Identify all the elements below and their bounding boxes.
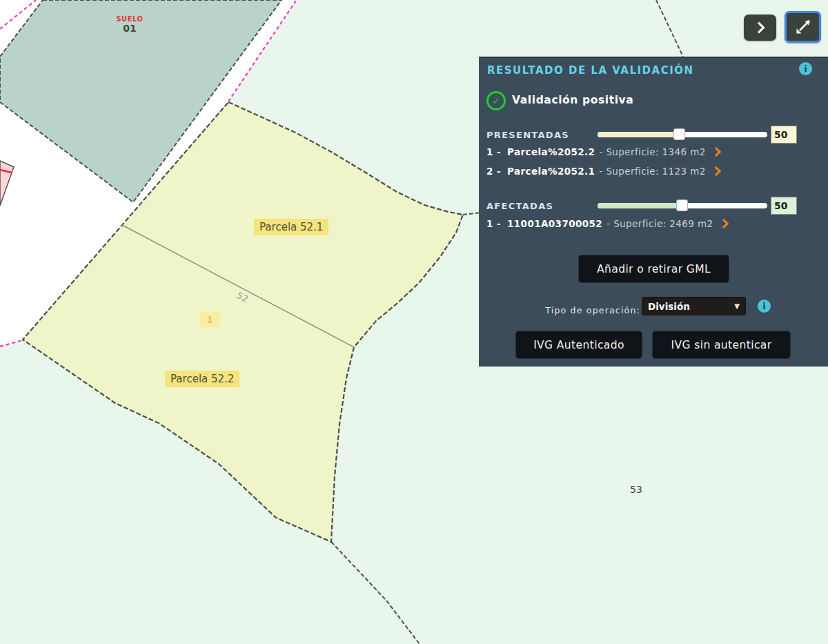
row-chevron-icon[interactable] — [711, 166, 721, 176]
panel-title: RESULTADO DE LA VALIDACIÓN — [487, 64, 694, 77]
presentadas-row-2: 2 - Parcela%2052.1 - Superficie: 1123 m2 — [486, 166, 818, 177]
row-surface: - Superficie: 1123 m2 — [599, 166, 705, 177]
expand-icon — [795, 19, 811, 35]
validation-check-icon: ✓ — [486, 91, 506, 110]
row-surface: - Superficie: 2469 m2 — [607, 218, 713, 229]
slider-fill — [598, 132, 679, 137]
add-remove-gml-button[interactable]: Añadir o retirar GML — [578, 255, 729, 283]
map-parcel-pink[interactable] — [0, 161, 14, 206]
operation-info-icon[interactable]: i — [758, 300, 771, 313]
cadastral-map-viewer: SUELO 01 Parcela 52.1 Parcela 52.2 52 1 … — [0, 0, 828, 644]
afectadas-opacity-slider[interactable] — [598, 199, 767, 213]
row-number: 1 - — [486, 146, 507, 157]
collapse-panel-button[interactable] — [744, 14, 776, 41]
row-surface: - Superficie: 1346 m2 — [599, 146, 705, 157]
row-chevron-icon[interactable] — [718, 219, 728, 228]
fullscreen-button[interactable] — [785, 11, 821, 43]
row-parcel-name: 11001A03700052 — [507, 218, 602, 229]
row-number: 1 - — [486, 218, 507, 229]
parcel-label-52-1: Parcela 52.1 — [254, 219, 328, 235]
subparcel-number-1: 1 — [199, 312, 220, 327]
dropdown-arrow-icon: ▼ — [734, 302, 740, 310]
operation-type-select[interactable]: División ▼ — [642, 297, 746, 315]
slider-fill — [598, 203, 682, 208]
afectadas-opacity-value[interactable]: 50 — [771, 197, 797, 215]
slider-thumb[interactable] — [673, 128, 685, 140]
afectadas-section-label: AFECTADAS — [486, 201, 553, 211]
row-chevron-icon[interactable] — [711, 147, 721, 157]
slider-thumb[interactable] — [676, 199, 688, 211]
panel-info-icon[interactable]: i — [799, 62, 812, 75]
row-parcel-name: Parcela%2052.1 — [507, 166, 595, 177]
chevron-right-icon — [753, 22, 765, 34]
row-parcel-name: Parcela%2052.2 — [507, 146, 595, 157]
building-label-suelo: SUELO — [110, 15, 149, 23]
afectadas-row-1: 1 - 11001A03700052 - Superficie: 2469 m2 — [486, 218, 818, 229]
ivg-unauthenticated-button[interactable]: IVG sin autenticar — [652, 331, 791, 359]
validation-results-panel: RESULTADO DE LA VALIDACIÓN i ✓ Validació… — [479, 57, 828, 367]
parcel-label-52-2: Parcela 52.2 — [165, 371, 239, 387]
presentadas-opacity-value[interactable]: 50 — [771, 126, 797, 144]
presentadas-section-label: PRESENTADAS — [486, 130, 569, 140]
presentadas-opacity-slider[interactable] — [598, 128, 767, 142]
parcel-number-53: 53 — [630, 484, 642, 495]
building-label-suelo-number: 01 — [110, 23, 149, 34]
validation-status-text: Validación positiva — [512, 94, 633, 106]
operation-type-label: Tipo de operación: — [506, 305, 640, 315]
operation-type-value: División — [648, 301, 690, 312]
presentadas-row-1: 1 - Parcela%2052.2 - Superficie: 1346 m2 — [486, 146, 818, 157]
row-number: 2 - — [486, 166, 507, 177]
ivg-authenticated-button[interactable]: IVG Autenticado — [515, 331, 642, 359]
